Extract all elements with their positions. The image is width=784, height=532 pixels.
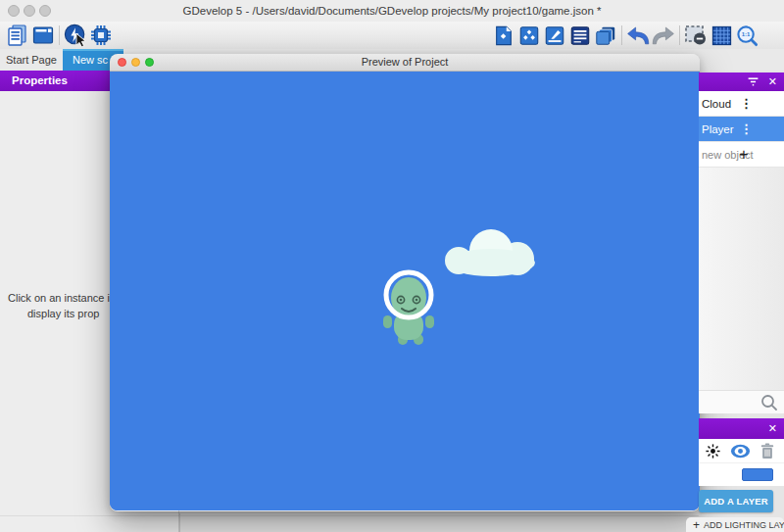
preview-window-controls bbox=[118, 58, 154, 67]
properties-hint-line1: Click on an instance in bbox=[8, 292, 116, 304]
layers-panel-header: ✕ bbox=[699, 418, 784, 439]
filter-icon[interactable] bbox=[747, 73, 760, 91]
instances-list-icon[interactable] bbox=[568, 24, 592, 47]
properties-edit-icon[interactable] bbox=[543, 24, 566, 47]
plus-icon[interactable]: + bbox=[736, 142, 752, 167]
app-minimize-button[interactable] bbox=[24, 5, 35, 17]
preview-window: Preview of Project bbox=[110, 54, 700, 511]
kebab-menu-icon[interactable]: ⋮ bbox=[740, 117, 752, 142]
tab-start-page[interactable]: Start Page bbox=[0, 49, 63, 71]
debugger-icon[interactable] bbox=[89, 24, 113, 47]
app-close-button[interactable] bbox=[8, 5, 20, 17]
objects-panel-header: ✕ bbox=[699, 73, 784, 91]
app-titlebar: GDevelop 5 - /Users/david/Documents/GDev… bbox=[0, 0, 784, 22]
preview-titlebar[interactable]: Preview of Project bbox=[110, 54, 700, 72]
plus-icon: + bbox=[693, 519, 700, 531]
app-title: GDevelop 5 - /Users/david/Documents/GDev… bbox=[0, 0, 784, 22]
scene-editor-icon[interactable] bbox=[31, 24, 55, 47]
redo-icon[interactable] bbox=[652, 24, 675, 47]
lighting-icon[interactable] bbox=[705, 443, 721, 459]
undo-icon[interactable] bbox=[626, 24, 650, 47]
objects-search-bar[interactable] bbox=[699, 390, 784, 413]
panel-resize-divider[interactable] bbox=[179, 513, 180, 532]
visibility-eye-icon[interactable] bbox=[730, 444, 751, 459]
object-label: Cloud bbox=[702, 98, 731, 110]
preview-zoom-button[interactable] bbox=[145, 58, 154, 67]
gdevelop-window: GDevelop 5 - /Users/david/Documents/GDev… bbox=[0, 0, 784, 532]
layer-color-swatch[interactable] bbox=[742, 468, 773, 481]
objects-panel-icon[interactable] bbox=[492, 24, 515, 47]
toolbar-separator bbox=[621, 25, 622, 45]
layers-panel-close-icon[interactable]: ✕ bbox=[768, 423, 777, 434]
main-toolbar: 1:1 bbox=[0, 22, 784, 49]
bottom-divider-line bbox=[0, 515, 699, 516]
add-lighting-layer-label: ADD LIGHTING LAYER bbox=[704, 520, 784, 530]
toolbar-separator bbox=[679, 25, 680, 45]
objects-panel-body bbox=[699, 168, 784, 390]
project-manager-icon[interactable] bbox=[6, 24, 29, 47]
preview-minimize-button[interactable] bbox=[131, 58, 140, 67]
app-maximize-button[interactable] bbox=[39, 5, 51, 17]
game-canvas[interactable] bbox=[110, 72, 700, 510]
trash-icon[interactable] bbox=[760, 442, 775, 460]
object-row-player[interactable]: Player ⋮ bbox=[699, 117, 784, 142]
layers-stack-icon[interactable] bbox=[594, 24, 617, 47]
add-layer-button[interactable]: ADD A LAYER bbox=[699, 490, 773, 512]
app-window-controls bbox=[8, 5, 51, 17]
object-label: Player bbox=[702, 123, 734, 135]
add-object-row[interactable]: new object + bbox=[699, 142, 784, 168]
object-groups-icon[interactable] bbox=[517, 24, 541, 47]
kebab-menu-icon[interactable]: ⋮ bbox=[740, 91, 752, 117]
add-lighting-layer-button[interactable]: + ADD LIGHTING LAYER bbox=[686, 517, 784, 532]
object-row-cloud[interactable]: Cloud ⋮ bbox=[699, 91, 784, 117]
properties-hint-line2: display its prop bbox=[27, 308, 99, 319]
preview-play-icon[interactable] bbox=[64, 24, 87, 47]
objects-panel-close-icon[interactable]: ✕ bbox=[768, 76, 777, 87]
search-icon bbox=[760, 394, 778, 411]
preview-title: Preview of Project bbox=[110, 54, 700, 71]
layer-row-controls bbox=[699, 439, 784, 462]
toolbar-separator bbox=[59, 25, 60, 45]
preview-close-button[interactable] bbox=[118, 58, 126, 67]
layer-color-row bbox=[699, 462, 784, 486]
right-panels-column: ✕ Cloud ⋮ Player ⋮ new object + ✕ bbox=[699, 0, 784, 532]
